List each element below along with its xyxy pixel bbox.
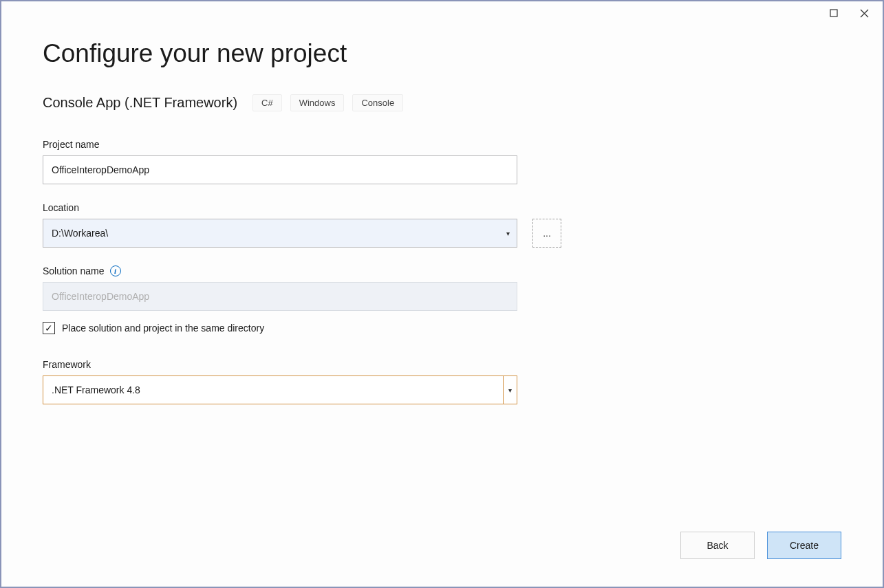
- project-name-input[interactable]: [43, 155, 517, 184]
- chevron-down-icon: ▾: [503, 376, 517, 404]
- tag-type: Console: [352, 94, 403, 111]
- tag-platform: Windows: [290, 94, 345, 111]
- project-name-label: Project name: [43, 139, 841, 150]
- restore-icon[interactable]: [829, 8, 839, 18]
- create-button[interactable]: Create: [767, 532, 841, 559]
- location-label: Location: [43, 202, 841, 213]
- same-directory-checkbox[interactable]: ✓: [43, 322, 55, 334]
- browse-button[interactable]: ...: [532, 219, 561, 248]
- chevron-down-icon: ▾: [506, 230, 510, 237]
- template-name: Console App (.NET Framework): [43, 95, 237, 111]
- close-icon[interactable]: [859, 8, 869, 18]
- back-button[interactable]: Back: [680, 532, 755, 559]
- page-title: Configure your new project: [43, 39, 841, 68]
- framework-combo[interactable]: .NET Framework 4.8 ▾: [43, 375, 517, 404]
- tag-language: C#: [252, 94, 282, 111]
- location-combo[interactable]: D:\Workarea\ ▾: [43, 219, 517, 248]
- framework-label: Framework: [43, 359, 841, 370]
- info-icon[interactable]: i: [110, 265, 121, 276]
- same-directory-label: Place solution and project in the same d…: [62, 323, 264, 334]
- solution-name-input: OfficeInteropDemoApp: [43, 282, 517, 311]
- location-value: D:\Workarea\: [52, 228, 108, 239]
- framework-value: .NET Framework 4.8: [43, 376, 503, 404]
- svg-rect-0: [830, 10, 837, 17]
- solution-name-label: Solution name: [43, 265, 105, 276]
